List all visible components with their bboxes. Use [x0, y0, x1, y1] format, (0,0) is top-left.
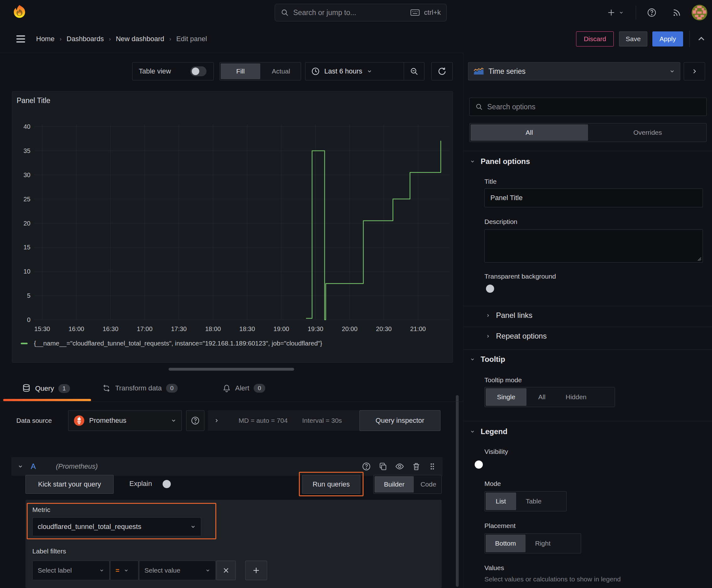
toggle-visibility-icon[interactable] — [395, 462, 404, 471]
top-nav: Search or jump to... ctrl+k — [0, 0, 712, 25]
run-queries-button[interactable]: Run queries — [302, 475, 360, 494]
legend-title: Legend — [481, 427, 507, 436]
time-range-label: Last 6 hours — [324, 67, 362, 76]
tab-transform-data[interactable]: Transform data 0 — [102, 384, 178, 393]
remove-filter-button[interactable] — [216, 561, 236, 580]
repeat-options-header[interactable]: Repeat options — [486, 332, 546, 340]
chevron-down-icon — [171, 418, 176, 423]
explain-label: Explain — [129, 480, 152, 488]
chevron-down-icon — [470, 429, 475, 434]
pane-resize-handle[interactable] — [169, 368, 294, 371]
divider — [463, 151, 712, 151]
chevron-down-icon — [470, 357, 475, 362]
toggle-viz-list-button[interactable] — [684, 62, 705, 80]
tab-all[interactable]: All — [471, 124, 588, 141]
y-tick-label: 25 — [24, 196, 30, 203]
global-search-box[interactable]: Search or jump to... ctrl+k — [275, 4, 447, 21]
chart-panel: Panel Title 051015202530354015:3016:0016… — [12, 91, 453, 363]
tab-query[interactable]: Query 1 — [22, 384, 70, 393]
query-ref-id[interactable]: A — [31, 462, 36, 471]
tooltip-mode-hidden[interactable]: Hidden — [556, 387, 596, 407]
query-help-icon[interactable] — [362, 462, 371, 471]
visibility-label: Visibility — [484, 448, 508, 456]
visualization-picker[interactable]: Time series — [468, 62, 680, 80]
legend-placement-right[interactable]: Right — [526, 534, 559, 553]
chevron-down-icon[interactable] — [18, 464, 23, 469]
series-line[interactable] — [306, 141, 441, 320]
apply-button[interactable]: Apply — [652, 31, 683, 46]
drag-handle-icon[interactable] — [428, 462, 436, 471]
select-label-dropdown[interactable]: Select label — [33, 561, 110, 580]
code-option[interactable]: Code — [415, 475, 442, 493]
legend-series-swatch — [21, 343, 28, 344]
time-range-picker[interactable]: Last 6 hours — [305, 63, 404, 80]
resize-handle-icon[interactable] — [696, 256, 701, 261]
legend-header[interactable]: Legend — [470, 427, 507, 436]
collapse-header-button[interactable] — [694, 33, 708, 45]
x-tick-label: 19:00 — [274, 326, 289, 332]
add-new-button[interactable] — [603, 7, 627, 18]
query-row-header[interactable]: A (Prometheus) — [11, 457, 443, 476]
builder-option[interactable]: Builder — [374, 476, 414, 492]
breadcrumb-home[interactable]: Home — [36, 35, 55, 43]
tooltip-header[interactable]: Tooltip — [470, 355, 505, 364]
search-placeholder: Search or jump to... — [293, 8, 406, 17]
breadcrumb-new-dashboard[interactable]: New dashboard — [116, 35, 164, 43]
tooltip-mode-single[interactable]: Single — [486, 388, 526, 406]
x-tick-label: 16:00 — [68, 326, 84, 332]
panel-title-value: Panel Title — [490, 194, 523, 202]
breadcrumb-bar: Home › Dashboards › New dashboard › Edit… — [0, 25, 712, 53]
visualization-value: Time series — [489, 67, 665, 76]
title-label: Title — [484, 178, 497, 185]
breadcrumb-dashboards[interactable]: Dashboards — [67, 35, 104, 43]
tab-alert[interactable]: Alert 0 — [222, 384, 265, 393]
refresh-button[interactable] — [431, 62, 453, 80]
save-button[interactable]: Save — [619, 31, 647, 46]
tooltip-title: Tooltip — [481, 355, 505, 364]
fill-option[interactable]: Fill — [221, 63, 260, 79]
database-icon — [22, 384, 31, 393]
tab-overrides[interactable]: Overrides — [589, 123, 706, 142]
add-filter-button[interactable] — [245, 561, 267, 580]
legend-series-name[interactable]: {__name__="cloudflared_tunnel_total_requ… — [34, 339, 322, 347]
zoom-out-button[interactable] — [404, 63, 424, 80]
tooltip-mode-all[interactable]: All — [527, 387, 556, 407]
time-series-chart[interactable]: 051015202530354015:3016:0016:3017:0017:3… — [12, 91, 453, 352]
actual-option[interactable]: Actual — [261, 63, 301, 80]
breadcrumb-edit-panel: Edit panel — [176, 35, 207, 43]
panel-options-header[interactable]: Panel options — [470, 157, 530, 166]
menu-toggle-button[interactable] — [14, 33, 28, 45]
discard-button[interactable]: Discard — [576, 31, 614, 46]
legend-mode-list[interactable]: List — [486, 492, 516, 510]
data-source-picker[interactable]: Prometheus — [68, 410, 182, 431]
chevron-right-icon: › — [169, 36, 171, 42]
operator-dropdown[interactable]: = — [110, 561, 138, 580]
duplicate-query-icon[interactable] — [379, 462, 387, 471]
select-value-dropdown[interactable]: Select value — [139, 561, 216, 580]
description-textarea[interactable] — [484, 229, 703, 262]
legend-placement-bottom[interactable]: Bottom — [486, 534, 525, 552]
query-inspector-button[interactable]: Query inspector — [360, 410, 440, 431]
x-tick-label: 18:00 — [205, 326, 221, 332]
legend-mode-table[interactable]: Table — [517, 491, 550, 511]
avatar[interactable] — [691, 4, 708, 21]
data-source-help-button[interactable] — [186, 410, 204, 431]
kick-start-query-button[interactable]: Kick start your query — [25, 475, 114, 494]
y-tick-label: 20 — [24, 220, 30, 227]
chevron-down-icon — [124, 568, 129, 573]
panel-title-input[interactable]: Panel Title — [484, 188, 703, 207]
scrollbar[interactable] — [456, 395, 459, 587]
query-editor-card: Metric cloudflared_tunnel_total_requests… — [25, 500, 442, 588]
grafana-logo[interactable] — [11, 4, 28, 21]
delete-query-icon[interactable] — [412, 462, 421, 471]
news-rss-button[interactable] — [671, 7, 683, 18]
chevron-down-icon — [190, 524, 196, 530]
chevron-down-icon — [669, 68, 675, 74]
help-button[interactable] — [645, 7, 658, 18]
time-series-viz-icon — [473, 67, 484, 76]
panel-links-header[interactable]: Panel links — [486, 311, 533, 320]
metric-select[interactable]: cloudflared_tunnel_total_requests — [33, 517, 201, 536]
table-view-toggle[interactable] — [190, 66, 207, 76]
chevron-down-icon — [367, 68, 372, 74]
search-options-input[interactable]: Search options — [469, 98, 707, 116]
